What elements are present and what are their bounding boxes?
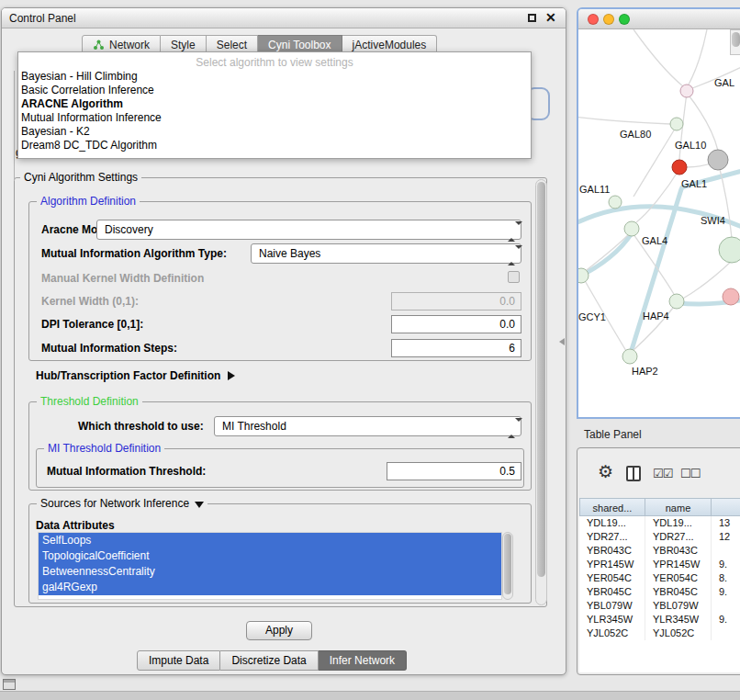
cell <box>712 627 740 640</box>
cell: YER054C <box>579 571 645 585</box>
node[interactable] <box>669 294 684 309</box>
tab-label: Select <box>217 39 247 51</box>
which-threshold-combobox[interactable]: MI Threshold <box>214 416 521 436</box>
node-pink[interactable] <box>723 288 739 305</box>
node-label: GAL11 <box>579 184 610 195</box>
bottom-status-strip <box>0 691 740 700</box>
algorithm-option[interactable]: Dream8 DC_TDC Algorithm <box>18 139 531 152</box>
node[interactable] <box>624 221 639 236</box>
scrollbar-thumb[interactable] <box>504 534 511 594</box>
table-row[interactable]: YPR145WYPR145W9. <box>579 558 740 571</box>
apply-button[interactable]: Apply <box>246 621 312 640</box>
algorithm-option[interactable]: Bayesian - K2 <box>18 125 531 139</box>
manual-kernel-checkbox[interactable] <box>508 271 520 283</box>
algorithm-dropdown-popup: Select algorithm to view settings Bayesi… <box>17 51 532 159</box>
tab-label: Style <box>171 39 196 51</box>
algorithm-option-selected[interactable]: ARACNE Algorithm <box>18 97 531 111</box>
algorithm-option[interactable]: Mutual Information Inference <box>18 111 531 125</box>
node-gray[interactable] <box>708 150 728 170</box>
cell: YLR345W <box>645 613 712 627</box>
list-item[interactable]: BetweennessCentrality <box>39 564 501 580</box>
scrollbar-thumb[interactable] <box>732 32 740 47</box>
aracne-mode-combobox[interactable]: Discovery <box>96 220 521 240</box>
select-all-icon[interactable]: ☑☑ <box>653 467 672 480</box>
control-panel-titlebar[interactable]: Control Panel ✕ <box>2 8 566 28</box>
sources-title: Sources for Network Inference <box>40 497 189 510</box>
float-window-icon[interactable] <box>528 14 536 22</box>
close-icon[interactable]: ✕ <box>545 10 556 25</box>
node[interactable] <box>578 268 589 283</box>
group-title: Cyni Algorithm Settings <box>20 171 141 185</box>
tab-discretize-data[interactable]: Discretize Data <box>220 650 318 671</box>
column-header-shared-name[interactable]: shared... <box>579 498 645 516</box>
clear-selection-icon[interactable]: ☐☐ <box>680 467 700 480</box>
node-label: GAL <box>714 77 734 88</box>
hub-definition-toggle[interactable]: Hub/Transcription Factor Definition <box>36 369 235 382</box>
columns-icon[interactable] <box>626 466 641 481</box>
kernel-width-label: Kernel Width (0,1): <box>41 295 139 308</box>
combobox-value: MI Threshold <box>222 417 286 435</box>
cell: YJL052C <box>645 627 712 640</box>
obscured-group-border <box>14 71 15 181</box>
tab-impute-data[interactable]: Impute Data <box>137 650 220 671</box>
node[interactable] <box>622 349 637 364</box>
settings-scrollbar[interactable] <box>535 179 547 605</box>
cell: YDL19... <box>579 516 645 530</box>
node-label: GAL10 <box>675 140 706 151</box>
cell: YBR043C <box>645 544 712 558</box>
kernel-width-field[interactable]: 0.0 <box>391 292 521 310</box>
node[interactable] <box>670 118 683 130</box>
node[interactable] <box>680 85 693 97</box>
cell <box>712 544 740 558</box>
table-row[interactable]: YJL052CYJL052C <box>579 627 740 640</box>
scrollbar-thumb[interactable] <box>537 182 545 577</box>
mac-close-button[interactable] <box>588 14 599 25</box>
node[interactable] <box>609 196 622 209</box>
restore-panel-icon[interactable] <box>3 679 16 690</box>
table-row[interactable]: YLR345WYLR345W9. <box>579 613 740 627</box>
list-item[interactable]: TopologicalCoefficient <box>39 548 501 564</box>
mac-zoom-button[interactable] <box>619 14 630 25</box>
column-header-name[interactable]: name <box>645 498 712 516</box>
which-threshold-label: Which threshold to use: <box>78 420 204 433</box>
dropdown-placeholder: Select algorithm to view settings <box>18 56 531 70</box>
list-item[interactable]: SelfLoops <box>39 533 501 548</box>
dpi-tolerance-field[interactable]: 0.0 <box>391 315 521 333</box>
node-gal10-selected[interactable] <box>672 160 687 175</box>
table-row[interactable]: YBR045CYBR045C9. <box>579 585 740 599</box>
table-row[interactable]: YBL079WYBL079W <box>579 599 740 613</box>
cell: YBL079W <box>645 599 712 613</box>
mac-minimize-button[interactable] <box>603 14 614 25</box>
table-row[interactable]: YER054CYER054C8. <box>579 571 740 585</box>
node[interactable] <box>719 237 740 263</box>
control-panel-window: Control Panel ✕ Network Style Select Cyn… <box>1 7 566 675</box>
algorithm-option[interactable]: Basic Correlation Inference <box>18 84 531 97</box>
algorithm-option[interactable]: Bayesian - Hill Climbing <box>18 70 531 84</box>
divider-collapse-icon[interactable] <box>559 338 565 345</box>
list-item[interactable]: gal4RGexp <box>39 580 501 595</box>
network-scrollbar[interactable] <box>730 29 740 55</box>
mi-type-combobox[interactable]: Naive Bayes <box>251 243 521 264</box>
column-header-extra[interactable] <box>712 498 740 516</box>
chevron-right-icon[interactable] <box>228 371 235 380</box>
table-row[interactable]: YBR043CYBR043C <box>579 544 740 558</box>
chevron-updown-icon <box>508 225 515 238</box>
mi-type-label: Mutual Information Algorithm Type: <box>41 247 227 260</box>
tab-infer-network[interactable]: Infer Network <box>319 650 407 671</box>
group-title: MI Threshold Definition <box>44 442 164 456</box>
network-canvas[interactable]: GAL GAL80 GAL10 GAL11 GAL1 SWI4 GAL4 GCY… <box>578 29 740 417</box>
list-scrollbar[interactable] <box>502 532 513 600</box>
table-row[interactable]: YDR27...YDR27...12 <box>579 530 740 544</box>
gear-icon[interactable]: ⚙ <box>598 461 613 482</box>
mi-threshold-field[interactable]: 0.5 <box>387 462 521 480</box>
table-row[interactable]: YDL19...YDL19...13 <box>579 516 740 530</box>
cell: YDR27... <box>579 530 645 544</box>
cell: 9. <box>712 613 740 627</box>
sources-toggle[interactable]: Sources for Network Inference <box>37 497 207 511</box>
network-window-titlebar[interactable] <box>578 9 740 29</box>
chevron-down-icon[interactable] <box>195 502 204 508</box>
node-label: GAL4 <box>642 235 667 246</box>
network-view-window: GAL GAL80 GAL10 GAL11 GAL1 SWI4 GAL4 GCY… <box>577 7 740 419</box>
mi-steps-field[interactable]: 6 <box>391 339 521 357</box>
table-body: YDL19...YDL19...13 YDR27...YDR27...12 YB… <box>579 516 740 672</box>
